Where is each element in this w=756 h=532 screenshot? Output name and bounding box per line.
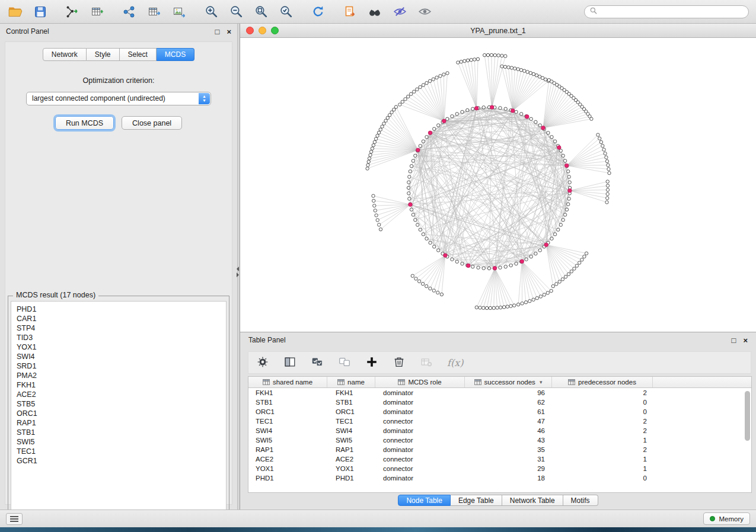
tab-style[interactable]: Style xyxy=(87,48,120,61)
cell-role: connector xyxy=(375,465,465,472)
result-item[interactable]: STP4 xyxy=(11,323,226,333)
columns-icon[interactable] xyxy=(283,355,296,370)
cell-succ: 29 xyxy=(465,465,552,472)
table-scrollbar[interactable] xyxy=(745,390,750,490)
tab-network[interactable]: Network xyxy=(43,48,87,61)
table-row[interactable]: PHD1PHD1dominator180 xyxy=(248,473,751,483)
result-item[interactable]: TID3 xyxy=(11,333,226,342)
cell-name: TEC1 xyxy=(327,418,375,425)
result-item[interactable]: SWI4 xyxy=(11,352,226,361)
result-item[interactable]: CAR1 xyxy=(11,314,226,323)
export-network-icon[interactable] xyxy=(121,4,138,20)
table-row[interactable]: ORC1ORC1dominator610 xyxy=(248,407,751,416)
table-row[interactable]: RAP1RAP1dominator352 xyxy=(248,445,751,454)
column-type-icon xyxy=(398,379,405,385)
column-header-predecessor-nodes[interactable]: predecessor nodes xyxy=(552,377,653,387)
table-row[interactable]: FKH1FKH1dominator962 xyxy=(248,388,751,398)
search-input[interactable] xyxy=(584,5,749,18)
column-header-label: successor nodes xyxy=(484,379,535,386)
result-item[interactable]: ORC1 xyxy=(11,409,226,418)
scrollbar-thumb[interactable] xyxy=(745,391,750,441)
cell-shared_name: SWI5 xyxy=(248,437,327,444)
minimize-window-icon[interactable] xyxy=(259,27,266,34)
close-window-icon[interactable] xyxy=(246,27,254,34)
gear-icon[interactable] xyxy=(256,355,269,370)
float-panel-icon[interactable]: □ xyxy=(215,28,220,36)
result-item[interactable]: RAP1 xyxy=(11,418,226,428)
result-item[interactable]: SRD1 xyxy=(11,361,226,371)
column-header-successor-nodes[interactable]: successor nodes▾ xyxy=(465,377,552,387)
table-row[interactable]: ACE2ACE2connector311 xyxy=(248,454,751,464)
save-icon[interactable] xyxy=(32,4,49,20)
optimization-criterion-select[interactable]: largest connected component (undirected)… xyxy=(26,92,211,105)
cell-name: STB1 xyxy=(327,399,375,406)
tab-network-table[interactable]: Network Table xyxy=(502,495,563,506)
cell-role: dominator xyxy=(375,446,465,453)
zoom-fit-icon[interactable] xyxy=(253,4,269,20)
table-row[interactable]: YOX1YOX1connector291 xyxy=(248,464,751,473)
result-item[interactable]: ACE2 xyxy=(11,390,226,399)
column-header-name[interactable]: name xyxy=(327,377,375,387)
binoculars-icon[interactable] xyxy=(366,4,383,20)
import-table-icon[interactable] xyxy=(89,4,106,20)
clipboard-share-icon[interactable] xyxy=(342,4,358,20)
export-table-icon[interactable] xyxy=(146,4,162,20)
cell-pred: 0 xyxy=(552,408,653,415)
eye-icon[interactable] xyxy=(416,4,433,20)
export-group xyxy=(121,4,187,20)
result-item[interactable]: PMA2 xyxy=(11,371,226,380)
add-icon[interactable] xyxy=(365,355,378,370)
column-type-icon xyxy=(263,379,270,385)
close-panel-button[interactable]: Close panel xyxy=(122,116,182,130)
table-row[interactable]: STB1STB1dominator620 xyxy=(248,398,751,407)
tab-node-table[interactable]: Node Table xyxy=(398,495,451,506)
result-item[interactable]: TEC1 xyxy=(11,447,226,456)
cell-pred: 2 xyxy=(552,389,653,396)
result-item[interactable]: GCR1 xyxy=(11,456,226,466)
import-network-icon[interactable] xyxy=(64,4,81,20)
deselect-all-icon[interactable] xyxy=(338,355,351,370)
result-item[interactable]: PHD1 xyxy=(11,305,226,314)
open-folder-icon[interactable] xyxy=(7,4,24,20)
menu-list-icon[interactable] xyxy=(6,513,23,525)
cell-name: FKH1 xyxy=(327,389,375,396)
zoom-in-icon[interactable] xyxy=(203,4,219,20)
float-table-panel-icon[interactable]: □ xyxy=(732,336,736,344)
trash-icon[interactable] xyxy=(393,355,406,370)
table-row[interactable]: TEC1TEC1connector472 xyxy=(248,416,751,426)
zoom-out-icon[interactable] xyxy=(228,4,244,20)
table-row[interactable]: SWI5SWI5connector431 xyxy=(248,435,751,445)
cell-shared_name: RAP1 xyxy=(248,446,327,453)
memory-button[interactable]: Memory xyxy=(703,512,750,525)
refresh-icon[interactable] xyxy=(310,4,326,20)
tab-edge-table[interactable]: Edge Table xyxy=(451,495,502,506)
select-all-icon[interactable] xyxy=(311,355,324,370)
cell-succ: 62 xyxy=(465,399,552,406)
result-item[interactable]: FKH1 xyxy=(11,380,226,390)
result-item[interactable]: SWI5 xyxy=(11,437,226,447)
eye-slash-icon[interactable] xyxy=(391,4,408,20)
close-table-panel-icon[interactable]: × xyxy=(743,336,748,344)
export-image-icon[interactable] xyxy=(171,4,187,20)
node-table: shared namenameMCDS rolesuccessor nodes▾… xyxy=(248,376,752,493)
result-item[interactable]: YOX1 xyxy=(11,342,226,352)
network-canvas[interactable] xyxy=(240,38,756,332)
maximize-window-icon[interactable] xyxy=(271,27,279,34)
cell-role: dominator xyxy=(375,475,465,482)
tab-select[interactable]: Select xyxy=(120,48,157,61)
import-group xyxy=(64,4,106,20)
close-panel-icon[interactable]: × xyxy=(227,28,231,36)
column-header-MCDS-role[interactable]: MCDS role xyxy=(375,377,465,387)
result-item[interactable]: STB1 xyxy=(11,428,226,437)
cell-succ: 18 xyxy=(465,475,552,482)
zoom-selected-icon[interactable] xyxy=(277,4,294,20)
tab-motifs[interactable]: Motifs xyxy=(563,495,598,506)
optimization-criterion-label: Optimization criterion: xyxy=(5,76,232,85)
result-item[interactable]: STB5 xyxy=(11,399,226,409)
cell-succ: 61 xyxy=(465,408,552,415)
run-mcds-button[interactable]: Run MCDS xyxy=(55,116,114,130)
table-row[interactable]: SWI4SWI4dominator462 xyxy=(248,426,751,435)
tab-mcds[interactable]: MCDS xyxy=(157,48,194,61)
splitter-collapse-icon[interactable] xyxy=(237,267,239,277)
column-header-shared-name[interactable]: shared name xyxy=(248,377,327,387)
